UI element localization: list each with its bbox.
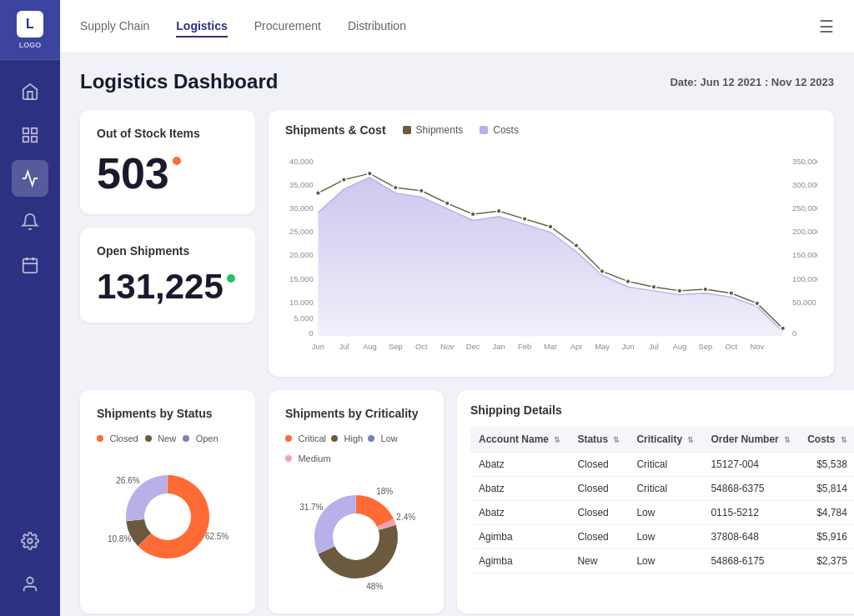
sidebar-item-home[interactable] xyxy=(12,73,48,110)
page-title: Logistics Dashboard xyxy=(80,70,278,93)
out-of-stock-indicator xyxy=(173,157,181,165)
sidebar-item-user[interactable] xyxy=(12,566,48,603)
svg-text:0: 0 xyxy=(309,329,314,338)
criticality-donut-chart: 18%2.4%48%31.7% xyxy=(285,472,427,597)
nav-distribution[interactable]: Distribution xyxy=(348,16,406,38)
svg-text:62.5%: 62.5% xyxy=(205,532,229,541)
nav-procurement[interactable]: Procurement xyxy=(254,16,321,38)
closed-dot xyxy=(97,435,103,442)
criticality-legend-medium: Medium xyxy=(285,450,427,465)
sidebar-item-bell[interactable] xyxy=(12,203,48,240)
nav-supply-chain[interactable]: Supply Chain xyxy=(80,16,149,38)
table-row: AbatzClosedCritical15127-004$5,538320 xyxy=(470,453,854,477)
legend-costs-label: Costs xyxy=(493,124,519,136)
new-dot xyxy=(145,435,152,442)
hamburger-menu-icon[interactable]: ☰ xyxy=(819,17,834,37)
svg-point-9 xyxy=(27,578,33,583)
svg-text:Nov: Nov xyxy=(750,343,764,351)
svg-text:31.7%: 31.7% xyxy=(299,503,323,512)
out-of-stock-card: Out of Stock Items 503 xyxy=(80,110,255,214)
critical-dot xyxy=(285,435,292,442)
svg-point-34 xyxy=(496,208,501,213)
dashboard-header: Logistics Dashboard Date: Jun 12 2021 : … xyxy=(80,70,834,93)
chart-title: Shipments & Cost xyxy=(285,123,386,137)
nav-logistics[interactable]: Logistics xyxy=(176,16,227,38)
bottom-grid: Shipments by Status Closed New Open xyxy=(80,390,834,613)
svg-text:30,000: 30,000 xyxy=(289,204,314,213)
medium-dot xyxy=(285,455,292,462)
svg-text:25,000: 25,000 xyxy=(289,228,314,236)
legend-shipments: Shipments xyxy=(403,124,464,136)
shipments-by-criticality-card: Shipments by Criticality Critical High L… xyxy=(269,390,444,613)
date-range: Date: Jun 12 2021 : Nov 12 2023 xyxy=(670,76,834,88)
svg-text:Sep: Sep xyxy=(698,343,712,351)
svg-text:Feb: Feb xyxy=(518,343,531,351)
date-value: Jun 12 2021 : Nov 12 2023 xyxy=(701,76,834,88)
sidebar-bottom xyxy=(12,509,48,616)
open-dot xyxy=(183,435,189,442)
sidebar-item-grid[interactable] xyxy=(12,117,48,153)
sort-criticality-icon[interactable]: ⇅ xyxy=(687,436,694,444)
svg-text:Nov: Nov xyxy=(440,343,455,351)
svg-point-33 xyxy=(470,212,475,217)
col-order-number: Order Number ⇅ xyxy=(702,427,799,453)
logo-letter: L xyxy=(26,17,34,32)
svg-text:0: 0 xyxy=(792,329,796,338)
sidebar: L LOGO xyxy=(0,0,60,616)
table-row: AgimbaClosedLow37808-648$5,916320 xyxy=(470,525,854,549)
main-content: Supply Chain Logistics Procurement Distr… xyxy=(60,0,854,616)
svg-text:10.8%: 10.8% xyxy=(108,534,131,543)
criticality-legend-critical: Critical xyxy=(285,430,326,445)
sort-account-icon[interactable]: ⇅ xyxy=(554,436,560,444)
shipments-cost-chart: 40,000 35,000 30,000 25,000 20,000 15,00… xyxy=(285,143,817,360)
svg-text:26.6%: 26.6% xyxy=(116,476,139,485)
svg-point-38 xyxy=(600,269,605,274)
status-legend-open: Open xyxy=(183,430,218,445)
sort-status-icon[interactable]: ⇅ xyxy=(613,436,620,444)
svg-text:Jun: Jun xyxy=(312,343,324,351)
svg-point-8 xyxy=(28,538,33,543)
shipping-details-title: Shipping Details xyxy=(470,403,854,417)
svg-rect-0 xyxy=(23,128,28,133)
status-legend: Closed New Open xyxy=(97,430,239,445)
svg-point-36 xyxy=(548,224,553,229)
top-navigation: Supply Chain Logistics Procurement Distr… xyxy=(60,0,854,53)
col-costs: Costs ⇅ xyxy=(799,427,854,453)
svg-point-31 xyxy=(419,188,424,193)
svg-text:Sep: Sep xyxy=(389,343,403,351)
svg-text:15,000: 15,000 xyxy=(289,275,314,283)
svg-point-35 xyxy=(522,217,527,222)
legend-shipments-dot xyxy=(403,126,411,134)
sort-costs-icon[interactable]: ⇅ xyxy=(841,436,847,444)
open-shipments-indicator xyxy=(227,274,235,283)
status-donut-chart: 62.5%10.8%26.6% xyxy=(97,452,239,577)
shipments-criticality-title: Shipments by Criticality xyxy=(285,407,427,420)
col-account: Account Name ⇅ xyxy=(470,427,569,453)
top-left-column: Out of Stock Items 503 Open Shipments 13… xyxy=(80,110,255,377)
svg-text:Aug: Aug xyxy=(673,343,687,351)
status-legend-closed: Closed xyxy=(97,430,138,445)
shipments-by-status-card: Shipments by Status Closed New Open xyxy=(80,390,255,613)
legend-costs: Costs xyxy=(480,124,519,136)
svg-point-72 xyxy=(333,513,379,560)
svg-text:Jul: Jul xyxy=(649,343,659,351)
sort-order-icon[interactable]: ⇅ xyxy=(784,436,791,444)
svg-text:40,000: 40,000 xyxy=(289,158,314,166)
out-of-stock-title: Out of Stock Items xyxy=(97,127,239,140)
svg-text:35,000: 35,000 xyxy=(289,181,314,189)
sidebar-item-settings[interactable] xyxy=(12,523,48,559)
shipping-table: Account Name ⇅ Status ⇅ Criticality ⇅ xyxy=(470,427,854,573)
sidebar-item-chart[interactable] xyxy=(12,160,48,197)
svg-text:May: May xyxy=(595,343,610,351)
low-dot xyxy=(368,435,374,442)
svg-point-29 xyxy=(368,171,373,176)
svg-text:Oct: Oct xyxy=(415,343,428,351)
svg-text:Mar: Mar xyxy=(544,343,557,351)
sidebar-item-calendar[interactable] xyxy=(12,247,48,283)
sidebar-nav xyxy=(12,60,48,509)
logo-box: L xyxy=(17,11,43,38)
svg-point-37 xyxy=(574,243,579,248)
col-status: Status ⇅ xyxy=(569,427,628,453)
svg-text:250,000: 250,000 xyxy=(792,204,817,213)
svg-point-44 xyxy=(755,301,760,306)
